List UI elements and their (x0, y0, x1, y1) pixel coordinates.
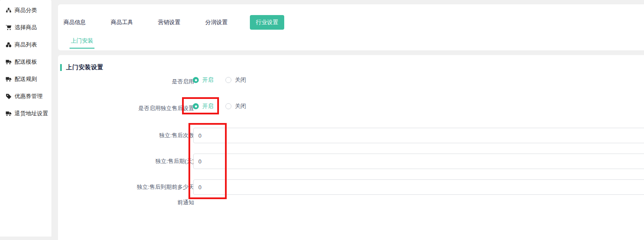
sidebar-item-label: 配送规则 (15, 75, 37, 83)
label-aftersale-period-days: 独立:售后期(天) (134, 154, 194, 169)
radio-unselected-icon[interactable] (225, 103, 231, 109)
radio-off-label: 关闭 (235, 76, 246, 84)
radio-on-label: 开启 (202, 102, 213, 110)
radio-selected-icon[interactable] (193, 77, 199, 83)
sidebar-item-coupon-management[interactable]: 优惠券管理 (0, 88, 52, 105)
section-accent-bar (60, 64, 62, 71)
tab-goods-info[interactable]: 商品信息 (64, 18, 86, 26)
radio-on-label: 开启 (202, 76, 213, 84)
truck-icon (5, 76, 12, 83)
label-aftersale-notify-days: 独立:售后到期前多少天前通知 (134, 179, 194, 210)
radio-independent-off[interactable]: 关闭 (225, 102, 246, 110)
radio-independent-on[interactable]: 开启 (193, 102, 213, 110)
radio-enable-on[interactable]: 开启 (193, 76, 213, 84)
radio-group-enable: 开启 关闭 (193, 72, 246, 88)
tab-marketing-settings[interactable]: 营销设置 (158, 18, 180, 26)
sidebar-item-select-goods[interactable]: 选择商品 (0, 19, 52, 36)
truck-icon (5, 59, 12, 65)
sidebar-item-label: 退货地址设置 (15, 110, 48, 117)
label-enable: 是否启用 (134, 74, 194, 89)
radio-group-independent-aftersale: 开启 关闭 (193, 98, 246, 114)
sidebar-item-return-address-settings[interactable]: 退货地址设置 (0, 105, 52, 122)
tag-icon (5, 93, 12, 100)
radio-enable-off[interactable]: 关闭 (225, 76, 246, 84)
sidebar-item-goods-list[interactable]: 商品列表 (0, 36, 52, 53)
sidebar-item-delivery-template[interactable]: 配送模板 (0, 53, 52, 71)
sidebar-item-label: 配送模板 (15, 58, 37, 66)
sitemap-icon (5, 7, 12, 14)
tabs-card: 商品信息 商品工具 营销设置 分润设置 行业设置 上门安装 (58, 4, 644, 50)
radio-unselected-icon[interactable] (225, 77, 231, 83)
sidebar-item-goods-category[interactable]: 商品分类 (0, 2, 52, 19)
sidebar-item-delivery-rules[interactable]: 配送规则 (0, 71, 52, 88)
tab-goods-tools[interactable]: 商品工具 (111, 18, 133, 26)
tab-industry-settings-active[interactable]: 行业设置 (250, 15, 284, 30)
cubes-icon (5, 42, 12, 48)
section-header: 上门安装设置 (60, 64, 103, 71)
sidebar-item-label: 商品分类 (15, 6, 37, 14)
sidebar-item-label: 选择商品 (15, 24, 37, 31)
tab-bar: 商品信息 商品工具 营销设置 分润设置 行业设置 (64, 15, 284, 30)
sidebar: 商品分类 选择商品 商品列表 配送模板 配送规则 优惠券管理 退货地址设置 (0, 0, 52, 237)
radio-off-label: 关闭 (235, 102, 246, 110)
input-aftersale-period-days[interactable] (193, 154, 644, 169)
tab-profit-settings[interactable]: 分润设置 (205, 18, 228, 26)
radio-selected-icon[interactable] (193, 103, 199, 109)
subtab-door-installation[interactable]: 上门安装 (70, 37, 94, 49)
input-aftersale-notify-days[interactable] (193, 179, 644, 195)
settings-card: 上门安装设置 是否启用 开启 关闭 是否启用独立售后设置 开启 关闭 独立:售后… (58, 55, 644, 240)
label-aftersale-count: 独立:售后次数 (134, 128, 194, 143)
truck-icon (5, 111, 12, 117)
input-aftersale-count[interactable] (193, 128, 644, 143)
sidebar-item-label: 优惠券管理 (15, 92, 43, 100)
cart-icon (5, 25, 12, 31)
label-enable-independent-aftersale: 是否启用独立售后设置 (134, 101, 194, 116)
section-title: 上门安装设置 (66, 64, 103, 71)
sidebar-item-label: 商品列表 (15, 41, 37, 49)
